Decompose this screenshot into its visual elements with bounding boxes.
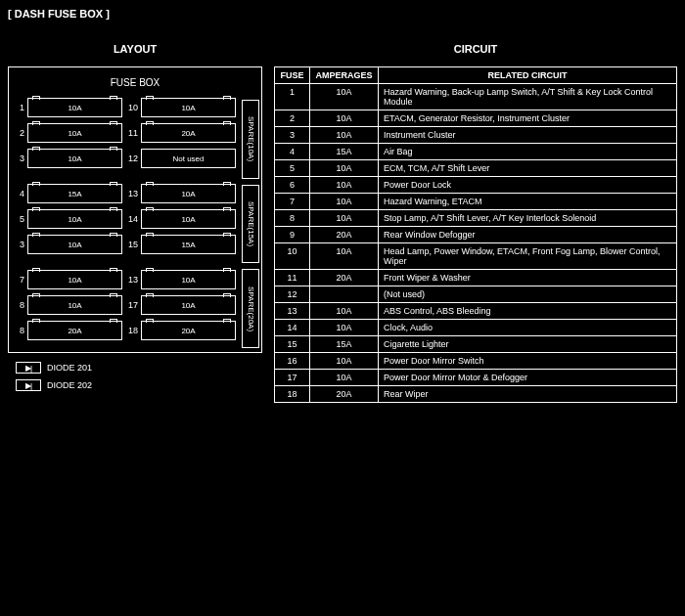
table-row: 210AETACM, Generator Resistor, Instrumen… <box>275 110 677 127</box>
cell-amperage: 10A <box>310 320 379 336</box>
main-columns: LAYOUT FUSE BOX 110A1010A210A1120A310A12… <box>8 39 677 403</box>
cell-amperage: 15A <box>310 144 379 160</box>
spare-slot: SPARE(20A) <box>242 269 259 348</box>
diodes-list: DIODE 201DIODE 202 <box>8 359 262 394</box>
fuse-row: 810A1710A <box>13 295 236 315</box>
fuse-icon: 10A <box>141 98 236 117</box>
spare-slot: SPARE(10A) <box>242 100 259 179</box>
spares-column: SPARE(10A)SPARE(15A)SPARE(20A) <box>240 96 261 352</box>
fuse-icon: 20A <box>141 123 236 143</box>
fuse-icon: 10A <box>141 270 236 289</box>
cell-amperage: 10A <box>310 160 379 177</box>
cell-circuit: Rear Wiper <box>379 386 677 403</box>
cell-amperage: 10A <box>310 84 379 110</box>
table-header-cell: FUSE <box>275 67 310 84</box>
fuse-cell: 510A <box>13 209 122 229</box>
cell-circuit: ABS Control, ABS Bleeding <box>379 303 677 320</box>
fuse-icon: 10A <box>141 184 236 203</box>
cell-circuit: Air Bag <box>379 144 677 160</box>
cell-amperage: 20A <box>310 386 379 403</box>
table-row: 1120AFront Wiper & Washer <box>275 270 677 286</box>
spare-slot: SPARE(15A) <box>242 185 259 264</box>
table-row: 810AStop Lamp, A/T Shift Lever, A/T Key … <box>275 210 677 227</box>
fuse-number: 13 <box>126 275 138 285</box>
fuse-icon: 10A <box>27 149 122 168</box>
fuse-cell: 1820A <box>126 321 236 340</box>
cell-fuse: 15 <box>275 336 310 353</box>
fusebox-label: FUSE BOX <box>9 73 261 96</box>
fuse-row: 710A1310A <box>13 270 236 289</box>
fuse-row: 510A1410A <box>13 209 236 229</box>
circuit-header: CIRCUIT <box>274 39 677 66</box>
cell-circuit: Clock, Audio <box>379 320 677 336</box>
fuse-icon: 10A <box>27 295 122 315</box>
fuse-cell: 1410A <box>126 209 236 229</box>
cell-fuse: 12 <box>275 286 310 303</box>
fuse-cell: 210A <box>13 123 122 143</box>
cell-amperage: 20A <box>310 227 379 243</box>
fuse-row: 310A12Not used <box>13 149 236 168</box>
fuse-cell: 110A <box>13 98 122 117</box>
fuse-number: 18 <box>126 326 138 335</box>
fuse-cell: 1515A <box>126 235 236 254</box>
diode-row: DIODE 202 <box>8 376 262 394</box>
cell-amperage: 10A <box>310 303 379 320</box>
cell-circuit: Instrument Cluster <box>379 127 677 144</box>
table-head-row: FUSEAMPERAGESRELATED CIRCUIT <box>275 67 677 84</box>
cell-fuse: 17 <box>275 370 310 386</box>
fuse-row: 415A1310A <box>13 184 236 203</box>
cell-circuit: ECM, TCM, A/T Shift Lever <box>379 160 677 177</box>
circuit-panel: CIRCUIT FUSEAMPERAGESRELATED CIRCUIT 110… <box>274 39 677 403</box>
table-row: 1515ACigarette Lighter <box>275 336 677 353</box>
table-row: 710AHazard Warning, ETACM <box>275 194 677 210</box>
cell-amperage: 10A <box>310 210 379 227</box>
fuse-number: 3 <box>13 154 24 163</box>
fuse-number: 15 <box>126 240 138 249</box>
cell-amperage: 10A <box>310 353 379 370</box>
cell-fuse: 10 <box>275 243 310 270</box>
fuse-cell: 1120A <box>126 123 236 143</box>
cell-fuse: 6 <box>275 177 310 194</box>
table-row: 610APower Door Lock <box>275 177 677 194</box>
cell-fuse: 2 <box>275 110 310 127</box>
fuse-cell: 310A <box>13 149 122 168</box>
cell-fuse: 14 <box>275 320 310 336</box>
cell-circuit: ETACM, Generator Resistor, Instrument Cl… <box>379 110 677 127</box>
cell-circuit: Head Lamp, Power Window, ETACM, Front Fo… <box>379 243 677 270</box>
fuse-icon: 10A <box>141 295 236 315</box>
cell-amperage: 10A <box>310 194 379 210</box>
cell-circuit: Power Door Mirror Motor & Defogger <box>379 370 677 386</box>
table-row: 1610APower Door Mirror Switch <box>275 353 677 370</box>
cell-fuse: 3 <box>275 127 310 144</box>
cell-circuit: Cigarette Lighter <box>379 336 677 353</box>
fuse-grid: 110A1010A210A1120A310A12Not used415A1310… <box>9 96 240 352</box>
fuse-cell: 1710A <box>126 295 236 315</box>
table-row: 1410AClock, Audio <box>275 320 677 336</box>
table-row: 310AInstrument Cluster <box>275 127 677 144</box>
fuse-cell: 810A <box>13 295 122 315</box>
cell-circuit: (Not used) <box>379 286 677 303</box>
table-row: 1710APower Door Mirror Motor & Defogger <box>275 370 677 386</box>
cell-fuse: 9 <box>275 227 310 243</box>
cell-amperage: 10A <box>310 177 379 194</box>
fuse-cell: 1310A <box>126 270 236 289</box>
cell-circuit: Hazard Warning, ETACM <box>379 194 677 210</box>
cell-circuit: Power Door Lock <box>379 177 677 194</box>
fuse-number: 17 <box>126 300 138 310</box>
cell-circuit: Hazard Warning, Back-up Lamp Switch, A/T… <box>379 84 677 110</box>
fusebox: FUSE BOX 110A1010A210A1120A310A12Not use… <box>8 66 262 353</box>
fuse-icon: 15A <box>27 184 122 203</box>
layout-panel: LAYOUT FUSE BOX 110A1010A210A1120A310A12… <box>8 39 262 403</box>
diode-icon <box>16 379 41 391</box>
table-body: 110AHazard Warning, Back-up Lamp Switch,… <box>275 84 677 403</box>
fuse-row: 310A1515A <box>13 235 236 254</box>
cell-fuse: 4 <box>275 144 310 160</box>
fuse-number: 7 <box>13 275 24 285</box>
layout-header: LAYOUT <box>8 39 262 66</box>
cell-amperage: 20A <box>310 270 379 286</box>
fuse-number: 3 <box>13 240 24 249</box>
cell-fuse: 11 <box>275 270 310 286</box>
fuse-number: 5 <box>13 214 24 224</box>
fuse-cell: 1010A <box>126 98 236 117</box>
fuse-icon: 10A <box>141 209 236 229</box>
